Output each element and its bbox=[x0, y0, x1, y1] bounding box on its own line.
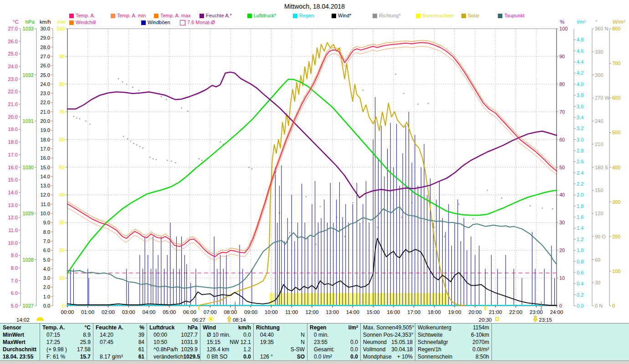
svg-text:1029: 1029 bbox=[23, 211, 34, 216]
svg-text:7.0: 7.0 bbox=[11, 278, 18, 283]
axis-deg: °0 N306090 O120150180 S210240270 W300330… bbox=[592, 19, 609, 308]
svg-text:km/h: km/h bbox=[40, 19, 51, 25]
table-row: Vollmond30.04.18 bbox=[363, 346, 413, 353]
table-row: 18.04. 23:55 bbox=[2, 353, 37, 360]
table-cell: Schneefallgr bbox=[418, 339, 448, 346]
table-cell: MinWert bbox=[2, 331, 24, 339]
svg-text:0: 0 bbox=[62, 303, 65, 308]
table-cell: 17.58 bbox=[77, 346, 91, 353]
svg-text:3.6: 3.6 bbox=[577, 104, 583, 109]
svg-text:20:00: 20:00 bbox=[469, 309, 482, 315]
svg-text:14.0: 14.0 bbox=[41, 174, 50, 179]
svg-text:%: % bbox=[560, 19, 564, 25]
table-row: 10:501031.9 bbox=[149, 339, 198, 346]
table-cell: 14:20 bbox=[96, 331, 113, 339]
table-cell: Sonnen Pos bbox=[363, 331, 393, 339]
svg-text:60: 60 bbox=[559, 137, 565, 142]
axis-min: min0102030405060708090100 bbox=[56, 19, 67, 308]
table-cell: 15.05.18 bbox=[391, 339, 413, 346]
table-cell: Gesamt: bbox=[310, 346, 334, 353]
svg-text:9.0: 9.0 bbox=[43, 220, 50, 225]
svg-text:°: ° bbox=[595, 19, 598, 25]
svg-text:0.6: 0.6 bbox=[577, 270, 583, 275]
svg-text:10.0: 10.0 bbox=[41, 211, 50, 216]
svg-text:24.0: 24.0 bbox=[41, 81, 50, 87]
svg-text:12.0: 12.0 bbox=[41, 192, 50, 197]
svg-text:20.0: 20.0 bbox=[8, 114, 18, 120]
svg-text:4.0: 4.0 bbox=[577, 81, 583, 87]
svg-text:09:00: 09:00 bbox=[244, 309, 257, 315]
svg-text:21.0: 21.0 bbox=[8, 101, 18, 107]
table-cell: Vollmond bbox=[363, 346, 385, 353]
table-cell: 1027.7 bbox=[181, 331, 198, 339]
table-cell: Wolkenunterg bbox=[418, 324, 451, 331]
svg-text:50: 50 bbox=[59, 165, 65, 170]
svg-text:16.0: 16.0 bbox=[41, 155, 50, 161]
table-cell: 0 min. bbox=[310, 331, 329, 339]
svg-text:1033: 1033 bbox=[23, 26, 34, 31]
table-cell: N bbox=[301, 331, 305, 339]
table-row: 15:15NW 12.1 bbox=[203, 339, 251, 346]
svg-text:20:30: 20:30 bbox=[479, 317, 492, 323]
svg-text:120: 120 bbox=[595, 211, 603, 216]
table-row: Neumond15.05.18 bbox=[363, 339, 413, 346]
svg-text:70: 70 bbox=[559, 109, 565, 115]
svg-text:50: 50 bbox=[559, 165, 565, 170]
table-row: 126.4 km1.2 bbox=[203, 346, 251, 353]
table-cell: % bbox=[139, 324, 144, 331]
svg-text:60: 60 bbox=[595, 257, 600, 263]
svg-text:2.0: 2.0 bbox=[577, 192, 583, 197]
svg-text:W/m²: W/m² bbox=[613, 19, 625, 25]
svg-text:90 O: 90 O bbox=[595, 234, 606, 239]
svg-text:16.0: 16.0 bbox=[8, 165, 18, 170]
svg-text:05:00: 05:00 bbox=[163, 309, 176, 315]
svg-text:2.8: 2.8 bbox=[577, 148, 583, 153]
table-row: Feuchte A.% bbox=[96, 324, 144, 331]
svg-text:13:00: 13:00 bbox=[326, 309, 339, 315]
table-row: Mondphase+ 10% bbox=[363, 353, 413, 360]
series-windb-en bbox=[71, 97, 555, 306]
svg-text:hPa: hPa bbox=[26, 19, 35, 25]
svg-text:15.0: 15.0 bbox=[41, 165, 50, 170]
column-feuchte-a-: Feuchte A.%14:203907:4584618.17 g/m³61 bbox=[93, 324, 147, 361]
svg-text:29.0: 29.0 bbox=[41, 35, 50, 40]
svg-text:210: 210 bbox=[595, 142, 603, 147]
table-cell: 1029.9 bbox=[181, 346, 198, 353]
svg-text:100: 100 bbox=[559, 26, 568, 31]
svg-text:20: 20 bbox=[59, 248, 65, 253]
table-cell: NW 12.1 bbox=[230, 339, 251, 346]
table-cell: km/h bbox=[238, 324, 251, 331]
table-cell: (+ 9.98 ) bbox=[42, 346, 67, 353]
table-cell: 1029.5 bbox=[183, 353, 200, 360]
svg-text:10: 10 bbox=[59, 275, 65, 281]
svg-text:19.0: 19.0 bbox=[41, 127, 50, 133]
svg-text:700: 700 bbox=[612, 61, 620, 66]
table-cell: Neumond bbox=[363, 339, 387, 346]
table-cell: Ø 10 min. bbox=[203, 331, 230, 339]
svg-text:70: 70 bbox=[59, 109, 65, 115]
svg-text:15.0: 15.0 bbox=[8, 177, 18, 182]
table-cell: 2070m bbox=[472, 339, 489, 346]
svg-text:30: 30 bbox=[559, 220, 565, 225]
table-cell: 126.4 km bbox=[203, 346, 229, 353]
table-row: 19:35N bbox=[256, 339, 305, 346]
svg-text:300: 300 bbox=[612, 199, 620, 205]
svg-text:0: 0 bbox=[559, 303, 562, 308]
svg-text:6.0: 6.0 bbox=[43, 248, 50, 253]
table-row: 14:2039 bbox=[96, 331, 144, 339]
svg-text:11:00: 11:00 bbox=[285, 309, 298, 315]
svg-text:20: 20 bbox=[559, 248, 565, 253]
svg-text:14:00: 14:00 bbox=[346, 309, 359, 315]
table-cell: 39 bbox=[138, 331, 144, 339]
svg-text:21:00: 21:00 bbox=[489, 309, 502, 315]
svg-text:25.0: 25.0 bbox=[41, 72, 50, 78]
table-row: Schneefallgr2070m bbox=[418, 339, 489, 346]
svg-text:21.0: 21.0 bbox=[41, 109, 50, 115]
svg-text:270 W: 270 W bbox=[595, 95, 609, 101]
svg-text:3.2: 3.2 bbox=[577, 126, 583, 131]
table-row: Sichtweite6-10km bbox=[418, 331, 489, 339]
table-cell: Luftdruck bbox=[149, 324, 174, 331]
svg-text:3.0: 3.0 bbox=[577, 137, 583, 142]
table-cell: 0.0 bbox=[243, 331, 251, 339]
svg-text:150: 150 bbox=[595, 187, 603, 193]
